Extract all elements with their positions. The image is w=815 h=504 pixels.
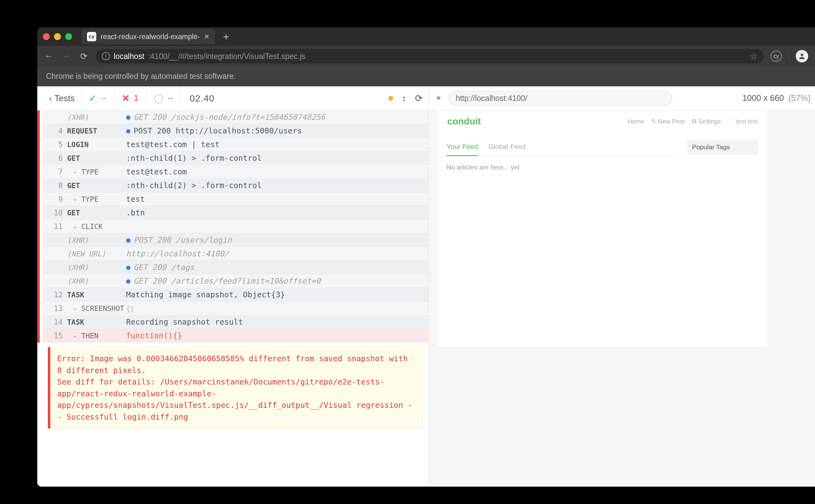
command-log-row[interactable]: 8GET:nth-child(2) > .form-control	[43, 179, 428, 192]
window-close-button[interactable]	[43, 33, 50, 40]
app-content: ‹ Tests ✓ -- ✕ 1 ◯ -- 02.40 ↕	[37, 86, 815, 487]
cypress-extension-icon[interactable]: cy	[771, 51, 782, 62]
command-log[interactable]: (XHR)GET 200 /sockjs-node/info?t=1584650…	[37, 110, 428, 487]
command-log-row[interactable]: (XHR)POST 200 /users/login	[43, 233, 428, 247]
conduit-sidebar: Popular Tags	[687, 140, 759, 178]
conduit-nav-links: Home ✎New Post ⚙Settings test test	[628, 118, 758, 125]
status-dot-icon	[388, 96, 393, 101]
command-log-row[interactable]: 9- TYPEtest	[43, 192, 428, 206]
x-icon: ✕	[122, 93, 129, 104]
site-info-icon[interactable]: i	[102, 52, 110, 60]
command-message: POST 200 http://localhost:5000/users	[126, 126, 424, 135]
back-button[interactable]: ←	[43, 51, 54, 61]
row-number: 8	[47, 181, 63, 190]
command-log-row[interactable]: 4REQUESTPOST 200 http://localhost:5000/u…	[43, 124, 428, 138]
row-number: 14	[47, 318, 63, 326]
test-duration: 02.40	[181, 93, 223, 104]
tab-your-feed[interactable]: Your Feed	[447, 140, 478, 156]
preview-area: conduit Home ✎New Post ⚙Settings test te…	[429, 110, 815, 487]
nav-home[interactable]: Home	[628, 118, 644, 125]
command-message: http://localhost:4100/	[126, 249, 424, 258]
traffic-lights	[43, 33, 72, 40]
command-name: - CLICK	[67, 223, 126, 231]
command-message: .btn	[126, 208, 424, 217]
conduit-main: Your Feed Global Feed No articles are he…	[438, 132, 767, 186]
rerun-icon[interactable]: ⟳	[415, 93, 423, 104]
chevron-left-icon: ‹	[49, 93, 52, 103]
forward-button[interactable]: →	[61, 51, 71, 61]
pending-count: --	[168, 93, 173, 103]
command-message: POST 200 /users/login	[126, 236, 424, 245]
command-log-row[interactable]: (XHR)GET 200 /articles/feed?limit=10&off…	[43, 274, 428, 288]
command-log-row[interactable]: (XHR)GET 200 /sockjs-node/info?t=1584650…	[43, 110, 428, 124]
command-log-row[interactable]: 6GET:nth-child(1) > .form-control	[43, 151, 428, 165]
command-log-row[interactable]: 11- CLICK	[43, 220, 428, 233]
viewport-info: 1000 x 660 (57%) i	[742, 93, 815, 103]
command-log-row[interactable]: 5LOGINtest@test.com | test	[43, 138, 428, 151]
row-number: 11	[47, 222, 63, 231]
check-icon: ✓	[89, 93, 97, 104]
command-log-row[interactable]: (NEW URL)http://localhost:4100/	[43, 247, 428, 261]
tab-global-feed[interactable]: Global Feed	[488, 140, 526, 156]
command-message: GET 200 /articles/feed?limit=10&offset=0	[126, 277, 424, 286]
xhr-dot-icon	[126, 266, 130, 270]
command-log-row[interactable]: 15- THENfunction(){}	[43, 329, 428, 343]
url-path: :4100/__/#/tests/integration/VisualTest.…	[148, 52, 306, 61]
nav-new-post[interactable]: ✎New Post	[651, 118, 685, 125]
command-log-row[interactable]: (XHR)GET 200 /tags	[43, 261, 428, 274]
feed-empty-message: No articles are here... yet	[447, 156, 678, 178]
command-name: GET	[67, 154, 126, 162]
bookmark-star-icon[interactable]: ☆	[750, 51, 758, 61]
row-number: 13	[47, 304, 63, 313]
command-name: - TYPE	[67, 195, 126, 203]
browser-toolbar: ← → ⟳ i localhost:4100/__/#/tests/integr…	[37, 46, 815, 66]
command-name: (NEW URL)	[67, 250, 126, 258]
app-under-test[interactable]: conduit Home ✎New Post ⚙Settings test te…	[438, 110, 767, 346]
profile-button[interactable]	[796, 50, 808, 62]
pending-icon: ◯	[154, 93, 163, 103]
selector-playground-icon[interactable]: ⌖	[436, 93, 441, 103]
url-host: localhost	[114, 52, 144, 61]
conduit-brand[interactable]: conduit	[447, 116, 481, 127]
command-name: GET	[67, 182, 126, 190]
nav-settings[interactable]: ⚙Settings	[691, 118, 721, 125]
row-number: 15	[47, 331, 63, 340]
row-number: 6	[47, 154, 63, 163]
tests-back-button[interactable]: ‹ Tests	[43, 86, 81, 110]
window-minimize-button[interactable]	[54, 33, 61, 40]
tab-favicon: cy	[87, 32, 96, 41]
tab-close-icon[interactable]: ×	[205, 32, 210, 42]
reload-button[interactable]: ⟳	[78, 51, 89, 61]
command-log-row[interactable]: 12TASKMatching image snapshot, Object{3}	[43, 288, 428, 302]
command-name: (XHR)	[67, 263, 126, 272]
browser-window: cy react-redux-realworld-example- × + ← …	[37, 27, 815, 487]
address-bar[interactable]: i localhost:4100/__/#/tests/integration/…	[96, 49, 764, 63]
row-number: 5	[47, 140, 63, 149]
new-tab-button[interactable]: +	[223, 31, 229, 43]
command-message: GET 200 /tags	[126, 263, 424, 272]
command-log-row[interactable]: 10GET.btn	[43, 206, 428, 220]
auto-scroll-icon[interactable]: ↕	[402, 93, 406, 103]
cypress-preview: ⌖ http://localhost:4100/ 1000 x 660 (57%…	[429, 86, 815, 487]
preview-url-input[interactable]: http://localhost:4100/	[448, 91, 672, 106]
command-log-row[interactable]: 14TASKRecording snapshot result	[43, 315, 428, 329]
browser-tab[interactable]: cy react-redux-realworld-example- ×	[81, 29, 215, 44]
preview-header: ⌖ http://localhost:4100/ 1000 x 660 (57%…	[429, 86, 815, 110]
command-message: Matching image snapshot, Object{3}	[126, 290, 424, 299]
cypress-header-controls: ↕ ⟳	[388, 93, 423, 104]
command-log-row[interactable]: 13- SCREENSHOT {}	[43, 302, 428, 315]
automation-infobar: Chrome is being controlled by automated …	[37, 66, 815, 86]
row-number: 7	[47, 168, 63, 176]
xhr-dot-icon	[126, 129, 130, 133]
xhr-dot-icon	[126, 279, 130, 284]
command-name: REQUEST	[67, 127, 126, 135]
viewport-scale: (57%)	[788, 93, 811, 103]
command-message: {}	[126, 304, 424, 313]
nav-user[interactable]: test test	[728, 118, 758, 125]
tests-back-label: Tests	[54, 93, 74, 103]
cypress-reporter: ‹ Tests ✓ -- ✕ 1 ◯ -- 02.40 ↕	[37, 86, 429, 487]
viewport-size: 1000 x 660	[742, 93, 784, 103]
command-log-row[interactable]: 7- TYPEtest@test.com	[43, 165, 428, 179]
window-zoom-button[interactable]	[65, 33, 72, 40]
conduit-feed: Your Feed Global Feed No articles are he…	[447, 140, 678, 178]
